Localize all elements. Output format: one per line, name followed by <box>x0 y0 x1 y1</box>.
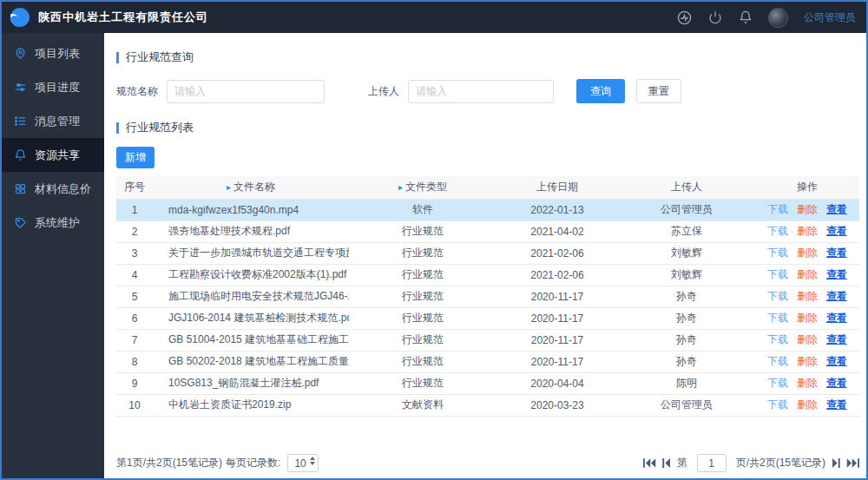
power-icon[interactable] <box>707 10 722 25</box>
cell-upload-date: 2020-11-17 <box>496 351 618 372</box>
cell-uploader: 刘敏辉 <box>618 242 755 264</box>
delete-link[interactable]: 删除 <box>797 377 818 389</box>
cell-upload-date: 2021-02-06 <box>496 264 618 286</box>
view-link[interactable]: 查看 <box>826 247 847 259</box>
sidebar: 项目列表项目进度消息管理资源共享材料信息价系统维护 <box>2 33 104 478</box>
cell-upload-date: 2020-11-17 <box>496 307 618 329</box>
next-page-button[interactable] <box>832 458 840 468</box>
view-link[interactable]: 查看 <box>826 203 847 215</box>
cell-uploader: 陈明 <box>618 372 755 394</box>
delete-link[interactable]: 删除 <box>797 225 818 237</box>
prev-page-button[interactable] <box>662 458 671 468</box>
spin-up-icon[interactable] <box>310 457 315 460</box>
download-link[interactable]: 下载 <box>767 355 788 367</box>
sidebar-item-2[interactable]: 项目进度 <box>2 70 104 104</box>
delete-link[interactable]: 删除 <box>797 398 818 411</box>
view-link[interactable]: 查看 <box>826 312 847 324</box>
page-size-stepper[interactable]: 10 <box>287 454 319 472</box>
delete-link[interactable]: 删除 <box>797 312 818 324</box>
column-header[interactable]: ▸文件类型 <box>349 176 496 199</box>
search-section-title: 行业规范查询 <box>116 49 854 65</box>
cell-file-name: mda-kgifwzex1f53g40n.mp4 <box>153 199 349 220</box>
spec-name-label: 规范名称 <box>116 84 158 99</box>
query-button[interactable]: 查询 <box>576 79 625 103</box>
app-title: 陕西中机岩土工程有限责任公司 <box>38 10 208 25</box>
spin-down-icon[interactable] <box>310 462 315 465</box>
cell-file-type: 行业规范 <box>349 286 496 307</box>
first-page-button[interactable] <box>643 458 656 468</box>
add-button[interactable]: 新增 <box>116 147 155 168</box>
cell-index: 10 <box>116 394 153 416</box>
download-link[interactable]: 下载 <box>767 312 788 324</box>
column-header-label: 序号 <box>124 181 145 193</box>
activity-icon[interactable] <box>677 10 692 25</box>
view-link[interactable]: 查看 <box>826 333 847 345</box>
cell-actions: 下载删除查看 <box>755 351 859 372</box>
sidebar-item-label: 项目进度 <box>35 80 80 95</box>
delete-link[interactable]: 删除 <box>797 203 818 215</box>
reset-button[interactable]: 重置 <box>636 79 681 103</box>
table-row[interactable]: 7GB 51004-2015 建筑地基基础工程施工规行业规范2020-11-17… <box>116 329 859 351</box>
delete-link[interactable]: 删除 <box>797 247 818 259</box>
search-form: 规范名称 上传人 查询 重置 <box>116 79 854 103</box>
download-link[interactable]: 下载 <box>767 268 788 280</box>
delete-link[interactable]: 删除 <box>797 355 818 367</box>
table-row[interactable]: 3关于进一步加强城市轨道交通工程专项施工行业规范2021-02-06刘敏辉下载删… <box>116 242 859 264</box>
view-link[interactable]: 查看 <box>826 290 847 302</box>
sidebar-item-6[interactable]: 系统维护 <box>2 206 104 240</box>
table-row[interactable]: 6JGJ106-2014 建筑基桩检测技术规范.pdf行业规范2020-11-1… <box>116 307 859 329</box>
table-row[interactable]: 2强夯地基处理技术规程.pdf行业规范2021-04-02苏立保下载删除查看 <box>116 220 859 242</box>
cell-file-type: 行业规范 <box>349 242 496 264</box>
app-logo-icon <box>10 8 30 27</box>
view-link[interactable]: 查看 <box>826 398 847 411</box>
table-row[interactable]: 1mda-kgifwzex1f53g40n.mp4软件2022-01-13公司管… <box>116 199 859 220</box>
cell-file-type: 行业规范 <box>349 307 496 329</box>
column-header[interactable]: ▸文件名称 <box>153 176 349 199</box>
sidebar-item-5[interactable]: 材料信息价 <box>2 172 104 206</box>
view-link[interactable]: 查看 <box>826 377 847 389</box>
user-name[interactable]: 公司管理员 <box>804 10 856 25</box>
delete-link[interactable]: 删除 <box>797 333 818 345</box>
table-row[interactable]: 4工程勘察设计收费标准2002版本(1).pdf行业规范2021-02-06刘敏… <box>116 264 859 286</box>
download-link[interactable]: 下载 <box>767 377 788 389</box>
table-row[interactable]: 910SG813_钢筋混凝土灌注桩.pdf行业规范2020-04-04陈明下载删… <box>116 372 859 394</box>
sidebar-item-label: 资源共享 <box>35 148 80 163</box>
download-link[interactable]: 下载 <box>767 203 788 215</box>
page-number-input[interactable] <box>697 454 727 472</box>
sidebar-item-3[interactable]: 消息管理 <box>2 104 104 138</box>
user-avatar[interactable] <box>768 8 788 28</box>
uploader-input[interactable] <box>408 80 554 103</box>
view-link[interactable]: 查看 <box>826 268 847 280</box>
download-link[interactable]: 下载 <box>767 247 788 259</box>
cell-uploader: 孙奇 <box>618 351 755 372</box>
uploader-label: 上传人 <box>368 84 399 99</box>
column-header: 上传人 <box>618 176 755 199</box>
view-link[interactable]: 查看 <box>826 225 847 237</box>
page-size-label: 每页记录数: <box>226 456 280 470</box>
delete-link[interactable]: 删除 <box>797 290 818 302</box>
cell-uploader: 公司管理员 <box>618 199 755 220</box>
cell-upload-date: 2020-04-04 <box>496 372 618 394</box>
spec-name-input[interactable] <box>167 80 325 103</box>
column-header-label: 文件类型 <box>405 181 447 193</box>
last-page-button[interactable] <box>846 458 859 468</box>
cell-actions: 下载删除查看 <box>755 372 859 394</box>
download-link[interactable]: 下载 <box>767 290 788 302</box>
delete-link[interactable]: 删除 <box>797 268 818 280</box>
page-size-spin-buttons[interactable] <box>310 457 315 465</box>
sidebar-item-4[interactable]: 资源共享 <box>2 138 104 172</box>
goto-prefix: 第 <box>677 456 687 470</box>
table-row[interactable]: 10中机岩土资质证书2019.zip文献资料2020-03-23公司管理员下载删… <box>116 394 859 416</box>
bell-icon[interactable] <box>738 10 753 25</box>
table-row[interactable]: 5施工现场临时用电安全技术规范JGJ46-200行业规范2020-11-17孙奇… <box>116 286 859 307</box>
cell-file-type: 行业规范 <box>349 351 496 372</box>
cell-uploader: 苏立保 <box>618 220 755 242</box>
table-row[interactable]: 8GB 50202-2018 建筑地基工程施工质量验行业规范2020-11-17… <box>116 351 859 372</box>
search-section-title-text: 行业规范查询 <box>126 49 194 65</box>
view-link[interactable]: 查看 <box>826 355 847 367</box>
sidebar-item-1[interactable]: 项目列表 <box>2 36 104 70</box>
cell-uploader: 公司管理员 <box>618 394 755 416</box>
download-link[interactable]: 下载 <box>767 333 788 345</box>
download-link[interactable]: 下载 <box>767 225 788 237</box>
download-link[interactable]: 下载 <box>767 398 788 411</box>
